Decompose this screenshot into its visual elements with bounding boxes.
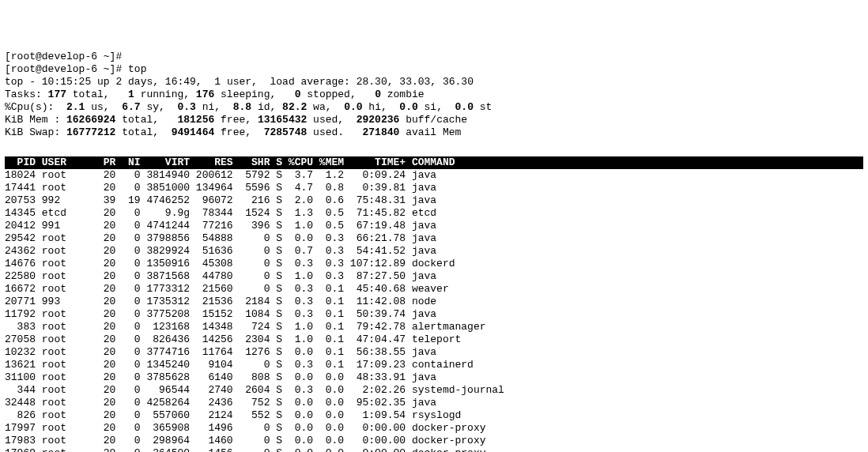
blank-line [5,139,863,152]
prompt-line-1: [root@develop-6 ~]# top [5,63,863,76]
top-summary-time: top - 10:15:25 up 2 days, 16:49, 1 user,… [5,76,863,89]
process-row: 17969 root 20 0 364500 1456 0 S 0.0 0.0 … [5,447,863,452]
process-row: 20753 992 39 19 4746252 96072 216 S 2.0 … [5,194,863,207]
process-row: 17441 root 20 0 3851000 134964 5596 S 4.… [5,182,863,194]
terminal-output[interactable]: [root@develop-6 ~]#[root@develop-6 ~]# t… [5,51,863,452]
process-row: 20771 993 20 0 1735312 21536 2184 S 0.3 … [5,296,863,308]
process-row: 32448 root 20 0 4258264 2436 752 S 0.0 0… [5,397,863,409]
top-summary-swap: KiB Swap: 16777212 total, 9491464 free, … [5,126,863,139]
process-row: 31100 root 20 0 3785628 6140 808 S 0.0 0… [5,371,863,384]
process-row: 17997 root 20 0 365908 1496 0 S 0.0 0.0 … [5,422,863,435]
process-row: 14345 etcd 20 0 9.9g 78344 1524 S 1.3 0.… [5,207,863,220]
process-row: 18024 root 20 0 3814940 200612 5792 S 3.… [5,169,863,182]
process-row: 13621 root 20 0 1345240 9104 0 S 0.3 0.1… [5,359,863,371]
process-row: 27058 root 20 0 826436 14256 2304 S 1.0 … [5,333,863,346]
prompt-line-0: [root@develop-6 ~]# [5,51,863,63]
process-row: 20412 991 20 0 4741244 77216 396 S 1.0 0… [5,220,863,232]
process-row: 17983 root 20 0 298964 1460 0 S 0.0 0.0 … [5,435,863,447]
process-row: 10232 root 20 0 3774716 11764 1276 S 0.0… [5,346,863,359]
process-row: 383 root 20 0 123168 14348 724 S 1.0 0.1… [5,321,863,333]
process-row: 22580 root 20 0 3871568 44780 0 S 1.0 0.… [5,270,863,283]
process-row: 826 root 20 0 557060 2124 552 S 0.0 0.0 … [5,409,863,422]
process-row: 29542 root 20 0 3798856 54888 0 S 0.0 0.… [5,232,863,245]
process-row: 344 root 20 0 96544 2740 2604 S 0.3 0.0 … [5,384,863,397]
process-table-header: PID USER PR NI VIRT RES SHR S %CPU %MEM … [5,156,863,169]
process-row: 24362 root 20 0 3829924 51636 0 S 0.7 0.… [5,245,863,258]
top-summary-cpu: %Cpu(s): 2.1 us, 6.7 sy, 0.3 ni, 8.8 id,… [5,101,863,114]
top-summary-mem: KiB Mem : 16266924 total, 181256 free, 1… [5,114,863,126]
process-row: 14676 root 20 0 1350916 45308 0 S 0.3 0.… [5,258,863,270]
process-row: 11792 root 20 0 3775208 15152 1084 S 0.3… [5,308,863,321]
top-summary-tasks: Tasks: 177 total, 1 running, 176 sleepin… [5,89,863,101]
process-row: 16672 root 20 0 1773312 21560 0 S 0.3 0.… [5,283,863,296]
